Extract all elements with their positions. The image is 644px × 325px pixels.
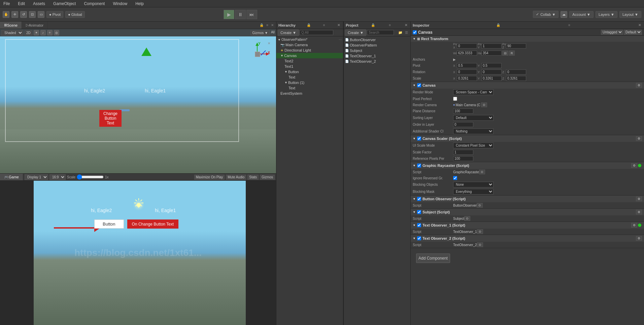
canvas-scaler-header[interactable]: ▼ Canvas Scaler (Script) ⚙: [411, 135, 644, 142]
hand-tool-icon[interactable]: ✋: [3, 11, 9, 18]
subject-header[interactable]: ▼ Subject (Script) ⚙: [411, 209, 644, 215]
constrain-btn[interactable]: ⊟: [502, 51, 508, 56]
render-mode-select[interactable]: Screen Space - Camer: [453, 89, 494, 95]
text-observer1-settings-icon[interactable]: ⚙: [631, 223, 637, 228]
pos-y-input[interactable]: [481, 43, 502, 49]
pixel-perfect-checkbox[interactable]: [453, 97, 457, 101]
scale-factor-input[interactable]: [453, 150, 473, 155]
account-btn[interactable]: Account ▼: [569, 11, 594, 18]
anchors-arrow-icon[interactable]: ▶: [453, 58, 456, 61]
project-search[interactable]: [367, 30, 394, 35]
text-observer2-script-btn[interactable]: ⊙: [477, 242, 483, 247]
mute-btn[interactable]: Mute Audio: [226, 175, 246, 180]
step-button[interactable]: ⏭: [246, 10, 257, 19]
blocking-objects-select[interactable]: None: [453, 182, 494, 187]
project-menu-icon[interactable]: ≡: [388, 23, 392, 27]
hierarchy-menu-icon[interactable]: ≡: [322, 23, 326, 27]
text-observer2-settings-icon[interactable]: ⚙: [636, 236, 642, 241]
raycaster-settings-icon[interactable]: ⚙: [631, 163, 637, 168]
menu-edit[interactable]: Edit: [16, 1, 27, 7]
scene-menu-icon[interactable]: ≡: [265, 23, 269, 27]
scaler-active-checkbox[interactable]: [417, 137, 421, 141]
ref-pixels-input[interactable]: [453, 156, 473, 161]
project-textobserver1[interactable]: 📄 TextObserver_1: [344, 53, 410, 59]
subject-active-checkbox[interactable]: [417, 210, 421, 214]
scene-lock-icon[interactable]: 🔒: [259, 23, 265, 27]
rot-y-input[interactable]: [481, 69, 502, 75]
shader-select[interactable]: Nothing: [453, 128, 494, 134]
graphic-raycaster-header[interactable]: ▼ Graphic Raycaster (Script) ⚙: [411, 162, 644, 169]
game-on-change-btn[interactable]: On Change Button Text: [127, 219, 179, 229]
move-tool-icon[interactable]: ✛: [11, 11, 18, 18]
hierarchy-search[interactable]: [300, 30, 333, 35]
effects-icon[interactable]: ✧: [47, 30, 53, 35]
blocking-mask-select[interactable]: Everything: [453, 189, 494, 195]
scale-z-input[interactable]: [506, 76, 526, 81]
scale-y-input[interactable]: [481, 76, 502, 81]
project-create-btn[interactable]: Create ▼: [345, 29, 366, 36]
layer-select[interactable]: Default: [624, 30, 642, 35]
raycaster-active-checkbox[interactable]: [417, 164, 421, 168]
tree-button1[interactable]: ▼ Button (1): [276, 80, 343, 85]
pivot-x-input[interactable]: [457, 63, 477, 68]
rot-z-input[interactable]: [506, 69, 526, 75]
hidden-icon[interactable]: ◎: [54, 30, 59, 35]
object-active-checkbox[interactable]: [413, 30, 417, 34]
rect-tool-icon[interactable]: ▭: [38, 11, 44, 18]
rotate-tool-icon[interactable]: ↺: [20, 11, 27, 18]
gizmos-dropdown[interactable]: Gizmos ▼: [250, 30, 270, 35]
text-observer2-active-checkbox[interactable]: [417, 236, 421, 240]
add-component-button[interactable]: Add Component: [416, 254, 450, 263]
render-camera-select-btn[interactable]: ⊙: [481, 102, 487, 107]
scale-slider[interactable]: [77, 174, 104, 180]
audio-icon[interactable]: ♪: [40, 30, 46, 35]
ui-scale-select[interactable]: Constant Pixel Size: [453, 143, 494, 148]
menu-file[interactable]: File: [1, 1, 12, 7]
raycaster-script-btn[interactable]: ⊙: [479, 170, 485, 174]
game-button[interactable]: Button: [94, 219, 124, 229]
project-folder-icon[interactable]: 📁: [397, 31, 403, 34]
aspect-select[interactable]: 16:9: [49, 174, 66, 180]
scale-tool-icon[interactable]: ⊡: [29, 11, 36, 18]
stats-btn[interactable]: Stats: [247, 175, 259, 180]
button-observer-settings-icon[interactable]: ⚙: [636, 197, 642, 201]
scene-view[interactable]: Shaded 2D ☀ ♪ ✧ ◎ Gizmos ▼ All: [0, 29, 276, 173]
game-gizmos-btn[interactable]: Gizmos: [260, 175, 275, 180]
width-input[interactable]: [457, 51, 477, 56]
project-list-icon[interactable]: ☰: [404, 31, 409, 34]
menu-help[interactable]: Help: [133, 1, 146, 7]
canvas-active-checkbox[interactable]: [417, 83, 421, 87]
rot-x-input[interactable]: [457, 69, 477, 75]
maximize-btn[interactable]: Maximize On Play: [194, 175, 225, 180]
text-observer1-header[interactable]: ▼ Text Observer_1 (Script) ⚙: [411, 222, 644, 229]
tab-game[interactable]: 🎮 Game: [0, 174, 23, 180]
text-observer2-header[interactable]: ▼ Text Observer_2 (Script) ⚙: [411, 235, 644, 242]
tree-button-text[interactable]: Text: [276, 75, 343, 80]
tree-text2[interactable]: Text2: [276, 58, 343, 64]
subject-script-btn[interactable]: ⊙: [464, 216, 470, 221]
sorting-layer-select[interactable]: Default: [453, 115, 494, 121]
tree-eventsystem[interactable]: EventSystem: [276, 91, 343, 96]
tab-animator[interactable]: ▷ Animator: [22, 22, 48, 29]
tag-select[interactable]: Untagged: [601, 30, 623, 35]
button-observer-header[interactable]: ▼ Button Observer (Script) ⚙: [411, 196, 644, 202]
order-layer-input[interactable]: [453, 122, 473, 127]
tree-directionallight[interactable]: ☀ Directional Light: [276, 48, 343, 53]
inspector-lock-icon[interactable]: 🔒: [495, 23, 501, 27]
text-observer1-active-checkbox[interactable]: [417, 223, 421, 227]
tree-button[interactable]: ▼ Button: [276, 69, 343, 75]
lighting-icon[interactable]: ☀: [34, 30, 39, 35]
reset-btn[interactable]: R: [509, 51, 515, 56]
ignore-reversed-checkbox[interactable]: [453, 176, 457, 180]
collab-btn[interactable]: ✓ Collab ▼: [533, 11, 558, 18]
scene-close-icon[interactable]: ✕: [270, 23, 275, 27]
project-buttonobserver[interactable]: 📄 ButtonObserver: [344, 37, 410, 42]
button-observer-script-btn[interactable]: ⊙: [477, 203, 483, 208]
game-view[interactable]: hi, Eagle2 hi, Eagle1 Button On Change B…: [0, 181, 276, 325]
pivot-btn[interactable]: ● Pivot: [46, 11, 63, 18]
rect-transform-header[interactable]: ▼ ⊞ Rect Transform: [411, 36, 644, 42]
play-button[interactable]: ▶: [224, 10, 234, 19]
tree-canvas[interactable]: ▼ Canvas: [276, 53, 343, 58]
project-textobserver2[interactable]: 📄 TextObserver_2: [344, 59, 410, 64]
hierarchy-lock-icon[interactable]: 🔒: [306, 23, 312, 27]
